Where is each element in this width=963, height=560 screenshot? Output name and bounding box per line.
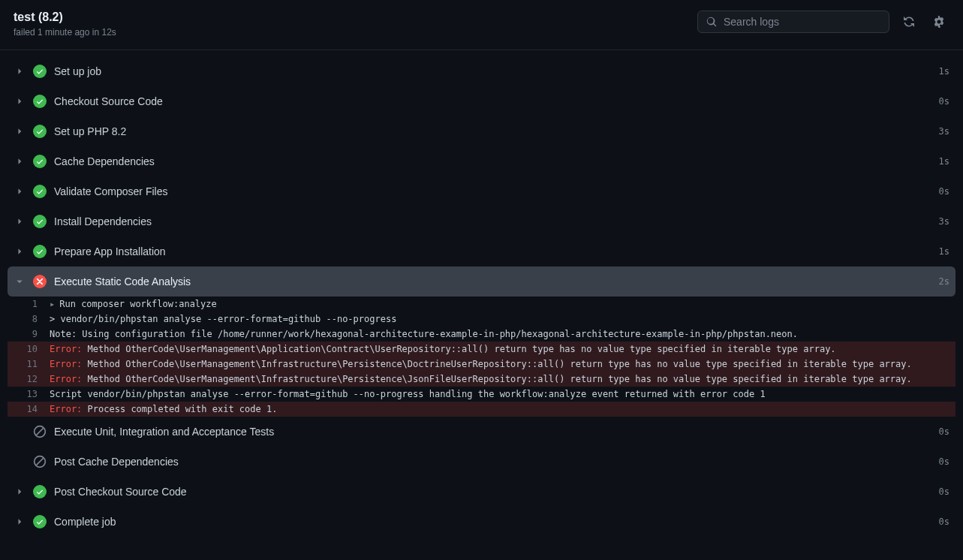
chevron-right-icon[interactable] [14, 65, 26, 77]
search-wrap [697, 11, 889, 33]
step-status-icon [33, 245, 47, 258]
step-status-icon [33, 95, 47, 108]
step-duration: 0s [939, 486, 949, 497]
log-line-content: Error: Method OtherCode\UserManagement\A… [50, 342, 955, 357]
step-status-icon [33, 515, 47, 528]
step-duration: 1s [939, 156, 949, 167]
search-input[interactable] [697, 11, 889, 33]
step-row[interactable]: Install Dependencies3s [8, 206, 955, 236]
settings-button[interactable] [928, 11, 949, 32]
step-status-icon [33, 425, 47, 438]
refresh-button[interactable] [898, 11, 919, 32]
check-circle-icon [33, 245, 47, 258]
log-line[interactable]: 12Error: Method OtherCode\UserManagement… [8, 372, 955, 387]
step-row[interactable]: Prepare App Installation1s [8, 236, 955, 266]
step-row[interactable]: Set up job1s [8, 56, 955, 86]
step-row[interactable]: Cache Dependencies1s [8, 146, 955, 176]
step-name: Prepare App Installation [54, 245, 931, 257]
check-circle-icon [33, 185, 47, 198]
chevron-right-icon[interactable] [14, 125, 26, 137]
caret-right-icon[interactable]: ▸ [50, 297, 55, 312]
log-line-number: 8 [8, 312, 50, 327]
step-status-icon [33, 215, 47, 228]
log-line-number: 12 [8, 372, 50, 387]
step-status-icon [33, 455, 47, 468]
log-line-content: Error: Process completed with exit code … [50, 402, 955, 417]
step-row[interactable]: Complete job0s [8, 507, 955, 537]
check-circle-icon [33, 215, 47, 228]
log-line-content: > vendor/bin/phpstan analyse --error-for… [50, 312, 955, 327]
job-header-left: test (8.2) failed 1 minute ago in 12s [14, 11, 116, 38]
step-duration: 3s [939, 216, 949, 227]
log-line[interactable]: 10Error: Method OtherCode\UserManagement… [8, 342, 955, 357]
log-error-label: Error: [50, 344, 82, 354]
check-circle-icon [33, 155, 47, 168]
chevron-right-icon[interactable] [14, 516, 26, 528]
chevron-right-icon[interactable] [14, 486, 26, 498]
log-line[interactable]: 8> vendor/bin/phpstan analyse --error-fo… [8, 312, 955, 327]
step-row[interactable]: Execute Unit, Integration and Acceptance… [8, 417, 955, 447]
step-duration: 0s [939, 516, 949, 527]
step-name: Execute Static Code Analysis [54, 275, 931, 288]
step-row[interactable]: Post Cache Dependencies0s [8, 447, 955, 477]
step-name: Cache Dependencies [54, 155, 931, 167]
skip-icon [33, 425, 47, 438]
step-duration: 2s [939, 276, 949, 287]
step-status-icon [33, 155, 47, 168]
step-row[interactable]: Post Checkout Source Code0s [8, 477, 955, 507]
step-row[interactable]: Set up PHP 8.23s [8, 116, 955, 146]
step-status-icon [33, 65, 47, 78]
chevron-right-icon[interactable] [14, 215, 26, 227]
step-name: Execute Unit, Integration and Acceptance… [54, 426, 931, 438]
check-circle-icon [33, 95, 47, 108]
job-meta: failed 1 minute ago in 12s [14, 27, 116, 38]
log-line-number: 1 [8, 297, 50, 312]
steps-list: Set up job1sCheckout Source Code0sSet up… [0, 50, 963, 544]
log-line[interactable]: 11Error: Method OtherCode\UserManagement… [8, 357, 955, 372]
log-block: 1▸Run composer workflow:analyze8> vendor… [8, 297, 955, 417]
step-name: Install Dependencies [54, 215, 931, 227]
log-line-number: 11 [8, 357, 50, 372]
chevron-right-icon[interactable] [14, 185, 26, 197]
log-line-content: ▸Run composer workflow:analyze [50, 297, 955, 312]
log-error-label: Error: [50, 359, 82, 369]
chevron-right-icon[interactable] [14, 245, 26, 257]
step-row[interactable]: Validate Composer Files0s [8, 176, 955, 206]
step-name: Set up job [54, 65, 931, 77]
log-line[interactable]: 13Script vendor/bin/phpstan analyse --er… [8, 387, 955, 402]
job-header-right [697, 11, 949, 33]
log-line-content: Script vendor/bin/phpstan analyse --erro… [50, 387, 955, 402]
check-circle-icon [33, 65, 47, 78]
log-line-number: 13 [8, 387, 50, 402]
step-row[interactable]: Checkout Source Code0s [8, 86, 955, 116]
log-line[interactable]: 14Error: Process completed with exit cod… [8, 402, 955, 417]
log-line[interactable]: 1▸Run composer workflow:analyze [8, 297, 955, 312]
step-duration: 0s [939, 456, 949, 467]
step-duration: 0s [939, 186, 949, 197]
step-name: Checkout Source Code [54, 95, 931, 107]
check-circle-icon [33, 515, 47, 528]
step-status-icon [33, 485, 47, 498]
job-title: test (8.2) [14, 11, 116, 24]
log-error-label: Error: [50, 374, 82, 384]
log-line-content: Error: Method OtherCode\UserManagement\I… [50, 357, 955, 372]
step-duration: 1s [939, 66, 949, 77]
step-duration: 0s [939, 426, 949, 437]
log-line-number: 9 [8, 327, 50, 342]
step-name: Complete job [54, 516, 931, 528]
job-header: test (8.2) failed 1 minute ago in 12s [0, 0, 963, 50]
check-circle-icon [33, 125, 47, 138]
svg-line-1 [37, 429, 44, 435]
log-line-content: Error: Method OtherCode\UserManagement\I… [50, 372, 955, 387]
chevron-right-icon[interactable] [14, 155, 26, 167]
step-name: Post Cache Dependencies [54, 456, 931, 468]
chevron-right-icon[interactable] [14, 95, 26, 107]
log-line-number: 10 [8, 342, 50, 357]
step-status-icon [33, 125, 47, 138]
log-line[interactable]: 9Note: Using configuration file /home/ru… [8, 327, 955, 342]
step-status-icon [33, 275, 47, 288]
search-icon [706, 17, 717, 27]
sync-icon [903, 16, 915, 28]
chevron-down-icon[interactable] [14, 275, 26, 288]
step-row[interactable]: Execute Static Code Analysis2s [8, 266, 955, 297]
